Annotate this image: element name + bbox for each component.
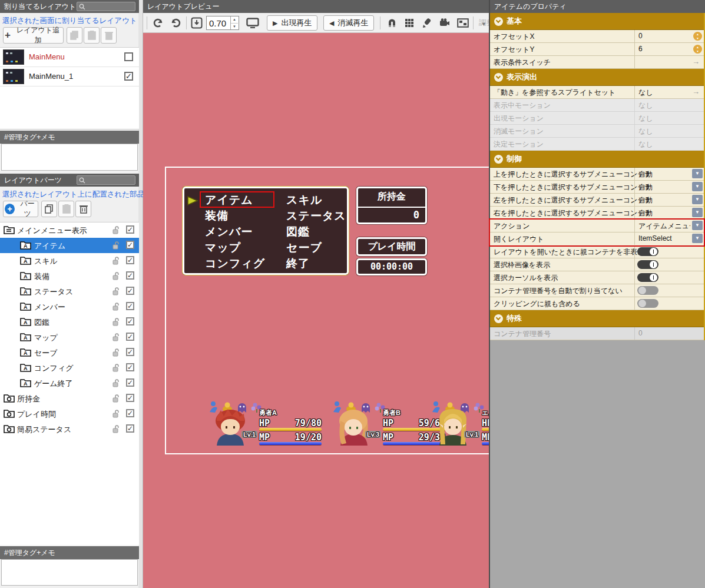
party-member-3[interactable]: Lv.1 エル HP MP	[430, 400, 489, 451]
visibility-checkbox[interactable]: ✓	[126, 394, 134, 402]
parts-search-box[interactable]	[77, 175, 135, 185]
prop-row-spriteset-ref[interactable]: 「動き」を参照するスプライトセット なし→	[490, 86, 704, 99]
unlock-icon[interactable]	[112, 379, 119, 387]
tree-item-simple-status[interactable]: 簡易ステータス ✓	[0, 421, 139, 437]
menu-item-save[interactable]: セーブ	[286, 240, 347, 256]
tree-item-playtime[interactable]: プレイ時間 ✓	[0, 406, 139, 421]
menu-item-config[interactable]: コンフィグ	[205, 256, 279, 272]
layout-item-mainmenu-1[interactable]: MainMenu_1 ✓	[0, 67, 139, 87]
duplicate-part-button[interactable]	[41, 201, 57, 217]
unlock-icon[interactable]	[112, 394, 119, 403]
playtime-title-container[interactable]: プレイ時間	[356, 237, 427, 256]
menu-item-member[interactable]: メンバー	[205, 224, 279, 240]
unlock-icon[interactable]	[112, 364, 119, 372]
navigate-arrow-icon[interactable]: →	[692, 57, 700, 66]
unlock-icon[interactable]	[112, 226, 119, 234]
section-header-basic[interactable]: 基本	[490, 13, 704, 30]
layout-checkbox-unchecked[interactable]	[124, 52, 133, 61]
visibility-checkbox[interactable]: ✓	[126, 409, 134, 417]
prop-row-hide-parent-on-open[interactable]: レイアウトを開いたときに親コンテナを非表示	[490, 245, 704, 258]
redo-button[interactable]	[150, 15, 166, 31]
toggle-on[interactable]	[637, 260, 658, 269]
spin-down-icon[interactable]: ▼	[231, 24, 238, 30]
paste-layout-button[interactable]	[84, 27, 100, 44]
zoom-spinner[interactable]: ▲▼	[230, 16, 238, 29]
party-member-1[interactable]: Lv.1 勇者A HP79/80 MP19/20	[207, 400, 325, 451]
memo-textarea-bottom[interactable]	[1, 559, 138, 586]
unlock-icon[interactable]	[112, 287, 119, 295]
menu-item-map[interactable]: マップ	[205, 240, 279, 256]
dropdown-icon[interactable]: ▼	[692, 221, 703, 230]
toggle-on[interactable]	[637, 247, 658, 256]
tree-item-main-menu-display[interactable]: メインメニュー表示 ✓	[0, 222, 139, 238]
play-appear-button[interactable]: ▶ 出現再生	[267, 15, 317, 31]
menu-item-skill[interactable]: スキル	[286, 192, 347, 208]
add-part-button[interactable]: + パーツ	[3, 201, 38, 217]
prop-row-submenu-left[interactable]: 左を押したときに選択するサブメニューコンテナ 自動▼	[490, 194, 704, 207]
fit-view-button[interactable]	[189, 15, 204, 31]
layout-frame-button[interactable]	[454, 15, 472, 31]
unlock-icon[interactable]	[112, 425, 119, 433]
menu-item-status[interactable]: ステータス	[286, 208, 347, 224]
visibility-checkbox[interactable]: ✓	[126, 256, 134, 264]
prop-row-submenu-right[interactable]: 右を押したときに選択するサブメニューコンテナ 自動▼	[490, 207, 704, 220]
visibility-checkbox[interactable]: ✓	[126, 225, 134, 234]
tree-item-status[interactable]: A ステータス ✓	[0, 284, 139, 299]
section-header-control[interactable]: 制御	[490, 151, 704, 168]
duplicate-layout-button[interactable]	[67, 27, 82, 44]
navigate-arrow-icon[interactable]: →	[692, 87, 700, 96]
visibility-checkbox[interactable]: ✓	[126, 287, 134, 295]
menu-item-encyclopedia[interactable]: 図鑑	[286, 224, 347, 240]
grid-button[interactable]	[401, 15, 418, 31]
layout-item-mainmenu[interactable]: MainMenu	[0, 48, 139, 67]
paste-part-button[interactable]	[58, 201, 74, 217]
prop-row-action[interactable]: アクション アイテムメニューを..▼	[490, 220, 704, 232]
visibility-checkbox[interactable]: ✓	[126, 333, 134, 341]
parts-search-input[interactable]	[85, 177, 131, 184]
snap-button[interactable]	[383, 15, 400, 31]
spinner-icon[interactable]: ▲▼	[693, 45, 702, 54]
visibility-checkbox[interactable]: ✓	[126, 241, 134, 249]
unlock-icon[interactable]	[112, 272, 119, 280]
stamp-button[interactable]	[419, 15, 435, 31]
play-vanish-button[interactable]: ◀ 消滅再生	[323, 15, 374, 31]
prop-row-submenu-up[interactable]: 上を押したときに選択するサブメニューコンテナ 自動▼	[490, 168, 704, 181]
layout-checkbox-checked[interactable]: ✓	[124, 72, 133, 81]
toolbar-overflow-icon[interactable]: ▼	[481, 21, 486, 27]
tree-item-member[interactable]: A メンバー ✓	[0, 299, 139, 314]
tree-item-item[interactable]: A アイテム ✓	[0, 238, 139, 253]
toggle-off[interactable]	[637, 299, 658, 308]
layout-search-box[interactable]	[77, 2, 135, 11]
prop-row-open-layout[interactable]: 開くレイアウト ItemSelect▼	[490, 232, 704, 245]
dropdown-icon[interactable]: ▼	[692, 182, 703, 191]
toggle-on[interactable]	[637, 273, 658, 282]
delete-part-button[interactable]	[75, 201, 91, 217]
section-header-special[interactable]: 特殊	[490, 310, 704, 327]
tree-item-map[interactable]: A マップ ✓	[0, 330, 139, 345]
add-layout-button[interactable]: + レイアウト追加	[3, 27, 64, 44]
prop-row-show-selection-cursor[interactable]: 選択カーソルを表示	[490, 271, 704, 284]
unlock-icon[interactable]	[112, 318, 119, 326]
toggle-off[interactable]	[637, 286, 658, 295]
unlock-icon[interactable]	[112, 303, 119, 311]
visibility-checkbox[interactable]: ✓	[126, 424, 134, 433]
money-container[interactable]: 所持金 0	[356, 187, 427, 224]
visibility-checkbox[interactable]: ✓	[126, 317, 134, 325]
tree-item-game-exit[interactable]: A ゲーム終了 ✓	[0, 376, 139, 391]
zoom-spinbox[interactable]: ▲▼	[206, 16, 239, 30]
playtime-value-container[interactable]: 00:00:00	[356, 258, 427, 275]
preview-canvas[interactable]: アイテム 装備 メンバー マップ コンフィグ スキル ステータス 図鑑 セーブ …	[143, 33, 489, 588]
main-menu-container[interactable]: アイテム 装備 メンバー マップ コンフィグ スキル ステータス 図鑑 セーブ …	[183, 187, 349, 275]
tree-item-skill[interactable]: A スキル ✓	[0, 253, 139, 268]
tree-item-money[interactable]: 所持金 ✓	[0, 391, 139, 406]
prop-row-display-condition-switch[interactable]: 表示条件スイッチ →	[490, 56, 704, 69]
visibility-checkbox[interactable]: ✓	[126, 363, 134, 371]
dropdown-icon[interactable]: ▼	[692, 234, 703, 243]
prop-row-submenu-down[interactable]: 下を押したときに選択するサブメニューコンテナ 自動▼	[490, 181, 704, 194]
simple-status-container[interactable]: Lv.1 勇者A HP79/80 MP19/20	[143, 400, 489, 451]
visibility-checkbox[interactable]: ✓	[126, 348, 134, 356]
zoom-value-input[interactable]	[207, 16, 230, 29]
unlock-icon[interactable]	[112, 241, 119, 250]
memo-textarea-top[interactable]	[1, 144, 138, 171]
visibility-checkbox[interactable]: ✓	[126, 302, 134, 310]
